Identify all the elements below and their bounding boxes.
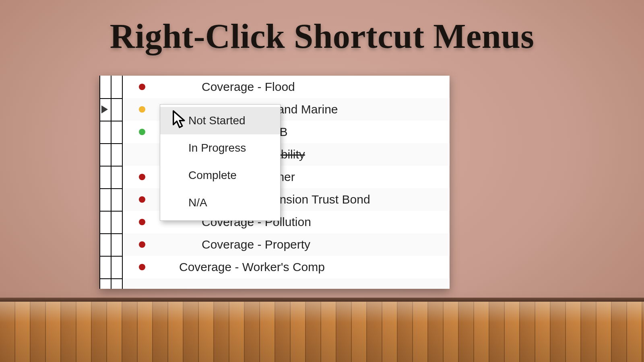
menu-item-label: Not Started <box>188 114 246 127</box>
list-item[interactable]: Coverage - Flood <box>124 76 450 98</box>
status-dot-icon <box>139 264 145 270</box>
menu-item-na[interactable]: N/A <box>160 189 280 216</box>
status-dot-icon <box>139 174 145 180</box>
screenshot-panel: Coverage - Flood Coverage - Inland Marin… <box>99 76 450 289</box>
slide-title: Right-Click Shortcut Menus <box>0 16 644 56</box>
status-dot-icon <box>139 241 145 248</box>
status-dot-icon <box>139 129 145 135</box>
menu-item-not-started[interactable]: Not Started <box>160 107 280 134</box>
status-dot-icon <box>139 196 145 203</box>
menu-item-label: In Progress <box>188 142 246 154</box>
list-item-empty <box>124 278 450 289</box>
slide-stage: Right-Click Shortcut Menus Coverage - Fl… <box>0 0 644 362</box>
list-item-label: Coverage - Flood <box>202 80 295 94</box>
status-dot-icon <box>139 84 145 90</box>
floor-background <box>0 302 644 362</box>
menu-item-in-progress[interactable]: In Progress <box>160 134 280 162</box>
list-item-label: Coverage - Property <box>202 238 310 251</box>
context-menu: Not Started In Progress Complete N/A <box>160 104 281 221</box>
row-selector-icon <box>101 105 108 113</box>
menu-item-complete[interactable]: Complete <box>160 162 280 189</box>
status-dot-icon <box>139 106 145 113</box>
list-item[interactable]: Coverage - Worker's Comp <box>124 256 450 278</box>
status-dot-icon <box>139 151 145 158</box>
status-dot-icon <box>139 219 145 225</box>
baseboard <box>0 298 644 302</box>
list-item[interactable]: Coverage - Property <box>124 233 450 256</box>
menu-item-label: Complete <box>188 169 237 182</box>
list-item-label: Coverage - Worker's Comp <box>179 260 325 274</box>
menu-item-label: N/A <box>188 196 207 209</box>
